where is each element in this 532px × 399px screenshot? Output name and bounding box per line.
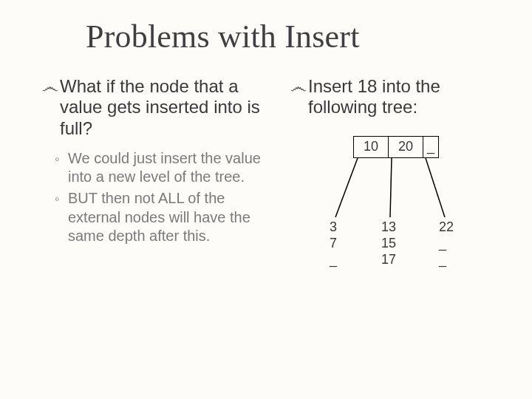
bullet-main-left: ෴ What if the node that a value gets ins… <box>43 76 272 139</box>
svg-line-0 <box>335 158 358 217</box>
leaf3-v2: _ <box>439 235 454 251</box>
tree-edges <box>312 136 504 299</box>
bullet-main-right-text: Insert 18 into the following tree: <box>308 76 504 118</box>
ring-icon: ◦ <box>55 150 65 168</box>
sub-bullet-1: ◦ We could just insert the value into a … <box>55 149 272 186</box>
leaf2-v3: 17 <box>381 251 396 267</box>
leaf2-v1: 13 <box>381 219 396 235</box>
slide-title: Problems with Insert <box>86 18 497 55</box>
bullet-main-right: ෴ Insert 18 into the following tree: <box>291 76 504 118</box>
root-key-1: 10 <box>354 137 389 157</box>
leaf-node-2: 13 15 17 <box>381 219 396 267</box>
right-column: ෴ Insert 18 into the following tree: 10 … <box>287 76 504 299</box>
leaf1-v3: _ <box>330 251 337 267</box>
leaf1-v2: 7 <box>330 235 337 251</box>
leaf2-v2: 15 <box>381 235 396 251</box>
spiral-icon: ෴ <box>290 78 307 97</box>
leaf1-v1: 3 <box>330 219 337 235</box>
leaf-node-3: 22 _ _ <box>439 219 454 267</box>
leaf3-v1: 22 <box>439 219 454 235</box>
sub-bullet-2: ◦ BUT then not ALL of the external nodes… <box>55 189 272 245</box>
leaf3-v3: _ <box>439 251 454 267</box>
left-column: ෴ What if the node that a value gets ins… <box>35 76 272 299</box>
sub-bullet-1-text: We could just insert the value into a ne… <box>68 149 272 186</box>
root-key-3: _ <box>423 137 438 157</box>
bullet-main-left-text: What if the node that a value gets inser… <box>60 76 272 139</box>
leaf-node-1: 3 7 _ <box>330 219 337 267</box>
root-node: 10 20 _ <box>353 136 439 158</box>
sub-bullet-2-text: BUT then not ALL of the external nodes w… <box>68 189 272 245</box>
svg-line-1 <box>390 158 392 217</box>
slide: Problems with Insert ෴ What if the node … <box>0 0 532 399</box>
tree-diagram: 10 20 _ 3 7 _ 13 15 17 22 _ _ <box>312 136 504 299</box>
ring-icon: ◦ <box>55 190 65 208</box>
svg-line-2 <box>426 158 445 217</box>
slide-body: ෴ What if the node that a value gets ins… <box>35 76 497 299</box>
spiral-icon: ෴ <box>42 78 58 97</box>
root-key-2: 20 <box>389 137 423 157</box>
